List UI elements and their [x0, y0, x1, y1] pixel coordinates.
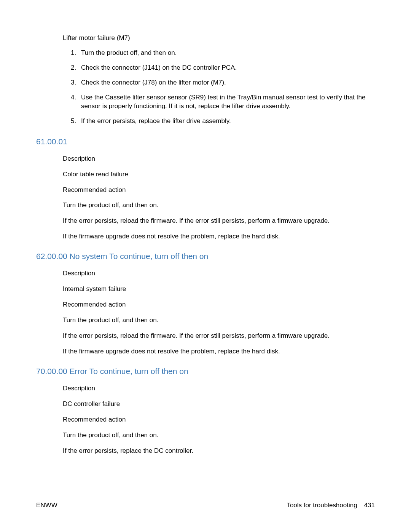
- section-paragraph: If the error persists, replace the DC co…: [63, 447, 375, 455]
- section-paragraph: If the error persists, reload the firmwa…: [63, 332, 375, 340]
- section-paragraph: If the firmware upgrade does not resolve…: [63, 347, 375, 356]
- section-paragraph: Description: [63, 155, 375, 163]
- section-body: Description DC controller failure Recomm…: [36, 384, 375, 455]
- section-paragraph: Internal system failure: [63, 285, 375, 294]
- section-body: Description Color table read failure Rec…: [36, 155, 375, 241]
- steps-list: Turn the product off, and then on. Check…: [63, 49, 375, 126]
- section-paragraph: Turn the product off, and then on.: [63, 201, 375, 210]
- step-item: If the error persists, replace the lifte…: [78, 117, 375, 126]
- section-paragraph: Description: [63, 269, 375, 278]
- section-paragraph: DC controller failure: [63, 400, 375, 409]
- section-paragraph: Color table read failure: [63, 170, 375, 179]
- document-page: Lifter motor failure (M7) Turn the produ…: [0, 0, 411, 532]
- intro-block: Lifter motor failure (M7) Turn the produ…: [36, 34, 375, 126]
- section-heading: 61.00.01: [36, 137, 375, 146]
- page-number: 431: [364, 502, 375, 509]
- step-item: Check the connector (J78) on the lifter …: [78, 78, 375, 87]
- step-item: Check the connector (J141) on the DC con…: [78, 64, 375, 72]
- step-item: Turn the product off, and then on.: [78, 49, 375, 58]
- section-paragraph: Recommended action: [63, 415, 375, 424]
- section-paragraph: Recommended action: [63, 186, 375, 195]
- section-paragraph: Turn the product off, and then on.: [63, 431, 375, 440]
- section-paragraph: Description: [63, 384, 375, 393]
- section-paragraph: If the error persists, reload the firmwa…: [63, 217, 375, 225]
- section-paragraph: Turn the product off, and then on.: [63, 316, 375, 325]
- section-heading: 70.00.00 Error To continue, turn off the…: [36, 367, 375, 376]
- step-item: Use the Cassette lifter sensor sensor (S…: [78, 93, 375, 111]
- footer-right: Tools for troubleshooting 431: [287, 502, 375, 509]
- section-heading: 62.00.00 No system To continue, turn off…: [36, 252, 375, 261]
- section-body: Description Internal system failure Reco…: [36, 269, 375, 356]
- page-footer: ENWW Tools for troubleshooting 431: [36, 502, 375, 509]
- footer-left: ENWW: [36, 502, 57, 509]
- section-paragraph: If the firmware upgrade does not resolve…: [63, 232, 375, 241]
- footer-section-label: Tools for troubleshooting: [287, 502, 357, 509]
- section-paragraph: Recommended action: [63, 300, 375, 309]
- intro-text: Lifter motor failure (M7): [63, 34, 375, 42]
